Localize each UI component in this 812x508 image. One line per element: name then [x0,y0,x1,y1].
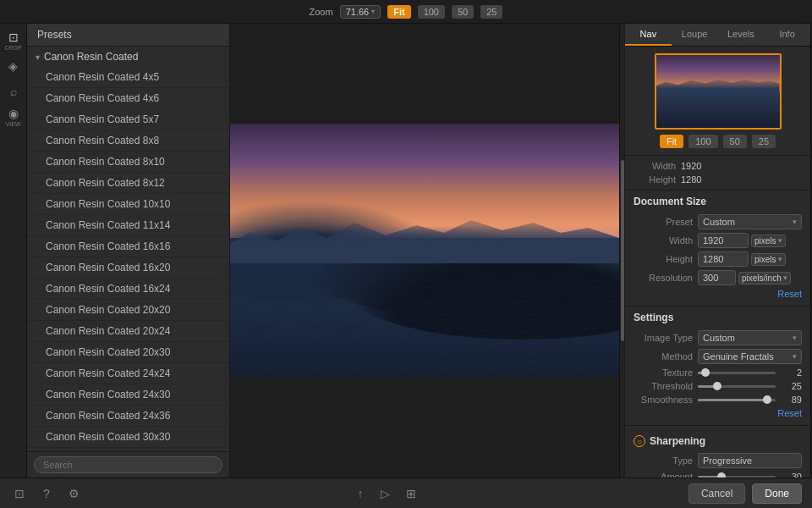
method-arrow: ▾ [793,352,797,361]
amount-slider-thumb[interactable] [717,472,726,478]
smoothness-slider-row: Smoothness 89 [634,393,802,406]
tab-loupe[interactable]: Loupe [672,24,718,46]
list-item[interactable]: Canon Resin Coated 20x20 [27,300,229,321]
smoothness-slider-thumb[interactable] [763,395,771,404]
bottom-grid-icon[interactable]: ⊞ [402,484,420,503]
texture-slider-thumb[interactable] [701,368,710,377]
thumb-mountain [656,77,780,91]
preset-label: Preset [634,217,693,227]
list-item[interactable]: Canon Resin Coated 10x10 [27,194,229,215]
dimensions-area: Width 1920 Height 1280 [625,155,810,190]
doc-height-unit[interactable]: pixels ▾ [751,253,786,266]
method-select[interactable]: Genuine Fractals ▾ [698,349,802,364]
presets-sidebar: Presets ▾ Canon Resin Coated Canon Resin… [27,24,230,478]
center-area [230,24,619,478]
nav-thumbnail [655,53,782,130]
list-item[interactable]: Canon Resin Coated 8x8 [27,130,229,152]
threshold-slider-thumb[interactable] [713,382,721,390]
sharpening-header[interactable]: ○ Sharpening [634,431,802,451]
list-item[interactable]: Canon Resin Coated 20x30 [27,342,229,363]
image-container [230,24,619,478]
list-item[interactable]: Canon Resin Coated 24x30 [27,384,229,406]
sharpening-toggle-icon: ○ [634,435,645,447]
resolution-label: Resolution [634,273,693,283]
thumb-zoom-100-button[interactable]: 100 [689,135,717,148]
list-item[interactable]: Canon Resin Coated 4x5 [27,67,229,88]
doc-width-label: Width [634,235,693,246]
list-item[interactable]: Canon Resin Coated 11x14 [27,215,229,236]
texture-label: Texture [634,367,693,378]
width-row: Width 1920 [634,159,802,173]
list-item[interactable]: Canon Resin Coated 16x16 [27,236,229,257]
resolution-unit[interactable]: pixels/inch ▾ [738,272,791,284]
amount-slider-track[interactable] [698,476,776,478]
tab-nav[interactable]: Nav [625,24,672,46]
zoom-25-button[interactable]: 25 [480,5,502,19]
cancel-button[interactable]: Cancel [689,483,745,504]
image-type-select[interactable]: Custom ▾ [698,330,802,345]
list-item[interactable]: Canon Resin Coated 4x6 [27,88,229,109]
bottom-icon-2[interactable]: ? [37,484,56,503]
texture-slider-row: Texture 2 [634,366,802,379]
bottom-icon-1[interactable]: ⊡ [10,484,29,503]
resolution-row: Resolution pixels/inch ▾ [634,268,802,287]
preset-group-canon-resin-coated[interactable]: ▾ Canon Resin Coated [27,47,229,67]
amount-label: Amount [634,472,693,478]
height-unit-arrow: ▾ [778,255,782,263]
tab-info[interactable]: Info [764,24,810,46]
scrollbar-thumb[interactable] [621,160,624,341]
list-item[interactable]: Canon Resin Coated 20x24 [27,321,229,342]
threshold-slider-track[interactable] [698,385,776,388]
preset-row: Preset Custom ▾ [634,213,802,231]
list-item[interactable]: Canon Resin Coated 24x36 [27,406,229,427]
bottom-share-icon[interactable]: ↑ [351,484,370,503]
settings-reset[interactable]: Reset [634,406,802,420]
view-tool[interactable]: ◉ VIEW [2,105,25,129]
method-label: Method [634,351,693,362]
texture-slider-track[interactable] [698,372,776,374]
doc-width-input[interactable] [698,233,749,248]
smoothness-slider-track[interactable] [698,399,776,401]
doc-height-input[interactable] [698,251,749,267]
zoom-dropdown-arrow: ▾ [371,8,375,15]
list-item[interactable]: Canon Resin Coated 5x7 [27,109,229,130]
thumbnail-area: Fit 100 50 25 [625,47,810,155]
list-item[interactable]: Canon Resin Coated 8x10 [27,152,229,173]
preset-dropdown-arrow: ▾ [793,218,797,226]
center-scrollbar[interactable] [619,24,624,478]
zoom-100-button[interactable]: 100 [418,5,445,19]
resolution-input[interactable] [698,270,736,285]
preset-list: ▾ Canon Resin Coated Canon Resin Coated … [27,47,229,451]
search-tool[interactable]: ⌕ [2,80,25,103]
threshold-label: Threshold [634,381,693,391]
thumb-zoom-fit-button[interactable]: Fit [660,135,683,148]
done-button[interactable]: Done [752,483,802,504]
search-input[interactable] [34,456,222,473]
document-size-section: Document Size Preset Custom ▾ Width pixe… [625,190,810,306]
adjust-tool[interactable]: ◈ [2,54,25,78]
list-item[interactable]: Canon Resin Coated 16x20 [27,257,229,279]
list-item[interactable]: Canon Resin Coated 16x24 [27,279,229,300]
list-item[interactable]: Canon Resin Coated 8x12 [27,173,229,194]
smoothness-label: Smoothness [634,395,693,405]
settings-title: Settings [634,312,802,323]
crop-tool[interactable]: ⊡ CROP [2,29,25,52]
list-item[interactable]: Canon Resin Coated 24x24 [27,363,229,384]
thumb-zoom-25-button[interactable]: 25 [752,135,776,148]
bottom-action-icon[interactable]: ▷ [376,484,395,503]
image-type-label: Image Type [634,333,693,343]
width-value: 1920 [681,161,701,171]
zoom-50-button[interactable]: 50 [452,5,474,19]
doc-height-row: Height pixels ▾ [634,250,802,268]
thumb-zoom-50-button[interactable]: 50 [723,135,747,148]
bottom-settings-icon[interactable]: ⚙ [64,484,83,503]
list-item[interactable]: Canon Resin Coated 30x30 [27,427,229,448]
preset-select[interactable]: Custom ▾ [698,214,802,229]
width-unit-arrow: ▾ [778,236,782,245]
doc-size-reset[interactable]: Reset [634,287,802,301]
sharpening-type-select[interactable]: Progressive [698,453,802,468]
tab-levels[interactable]: Levels [718,24,765,46]
zoom-fit-button[interactable]: Fit [387,5,410,19]
doc-width-unit[interactable]: pixels ▾ [751,235,786,247]
zoom-value-display[interactable]: 71.66 ▾ [340,5,381,19]
